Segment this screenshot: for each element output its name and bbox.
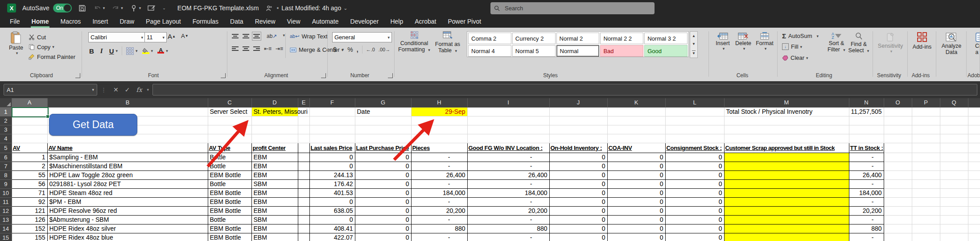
table-cell[interactable] (724, 179, 849, 188)
table-cell[interactable]: - (467, 162, 549, 170)
table-cell[interactable] (298, 170, 309, 179)
cell-A2[interactable] (12, 116, 47, 125)
orientation-button[interactable]: ab↗ (267, 33, 277, 39)
table-cell[interactable]: 0 (607, 233, 665, 241)
table-cell[interactable]: 92 (12, 197, 47, 206)
grow-font-button[interactable]: A▲ (168, 33, 176, 40)
autosave-toggle[interactable]: On (53, 4, 72, 12)
cell-L2[interactable] (665, 116, 724, 125)
table-cell[interactable]: 0 (549, 215, 607, 224)
conditional-formatting-button[interactable]: Conditional Formatting ▾ (398, 31, 430, 53)
table-cell[interactable]: 0 (355, 162, 411, 170)
cell-Q5[interactable] (940, 143, 968, 153)
cell-D3[interactable] (251, 125, 298, 134)
table-cell[interactable]: 422.07 (309, 233, 355, 241)
name-box[interactable]: A1▾ (4, 84, 97, 96)
table-cell[interactable]: 0 (665, 170, 724, 179)
clipboard-dialog-launcher[interactable] (75, 73, 80, 78)
menu-tab-formulas[interactable]: Formulas (187, 16, 224, 28)
cell-N1-total-value[interactable]: 11,257,505 (849, 107, 884, 116)
format-as-table-button[interactable]: Format as Table ▾ (433, 31, 462, 54)
table-cell[interactable] (298, 188, 309, 197)
cell-M2[interactable] (724, 116, 849, 125)
decrease-decimal-button[interactable]: .00→ (379, 47, 390, 52)
table-cell[interactable] (724, 170, 849, 179)
column-header-J[interactable]: J (549, 98, 607, 107)
cell-H2[interactable] (411, 116, 467, 125)
cell-P6[interactable] (912, 153, 940, 162)
cell-C2[interactable] (208, 116, 251, 125)
table-cell[interactable]: - (411, 162, 467, 170)
row-header-4[interactable]: 4 (0, 134, 12, 143)
cell-K2[interactable] (607, 116, 665, 125)
autosum-button[interactable]: Σ AutoSum▾ (782, 32, 819, 40)
addins-button[interactable]: Add-ins (910, 32, 934, 50)
cell-M3[interactable] (724, 125, 849, 134)
cell-P5[interactable] (912, 143, 940, 153)
table-cell[interactable]: 408.41 (309, 224, 355, 233)
shrink-font-button[interactable]: A▼ (181, 33, 189, 39)
column-header-I[interactable]: I (467, 98, 549, 107)
table-header-Good FG W/o INV Location :[interactable]: Good FG W/o INV Location : (467, 143, 549, 153)
table-cell[interactable]: 176.42 (309, 179, 355, 188)
menu-tab-developer[interactable]: Developer (345, 16, 384, 28)
column-header-H[interactable]: H (411, 98, 467, 107)
menu-tab-review[interactable]: Review (250, 16, 281, 28)
table-header-profit Center[interactable]: profit Center (251, 143, 298, 153)
cell-G2[interactable] (355, 116, 411, 125)
align-middle-icon[interactable] (243, 33, 249, 39)
table-cell[interactable]: 880 (849, 224, 884, 233)
align-top-icon[interactable] (232, 33, 239, 39)
cell-Q7[interactable] (940, 162, 968, 170)
number-format-combo[interactable]: General▾ (332, 32, 392, 42)
menu-tab-power-pivot[interactable]: Power Pivot (442, 16, 486, 28)
insert-cells-button[interactable]: Insert▾ (713, 32, 732, 51)
cell-E3[interactable] (298, 125, 309, 134)
paste-button[interactable]: Paste ▾ (6, 31, 26, 56)
table-cell[interactable]: 2 (12, 162, 47, 170)
row-header-1[interactable]: 1 (0, 107, 12, 116)
cell-K4[interactable] (607, 134, 665, 143)
table-cell[interactable]: 0 (665, 153, 724, 162)
table-cell[interactable]: EBM Bottle (208, 206, 251, 215)
table-cell[interactable] (298, 197, 309, 206)
table-cell[interactable]: - (467, 153, 549, 162)
get-data-button[interactable]: Get Data (49, 114, 137, 136)
ink-editor-icon[interactable] (147, 4, 156, 12)
table-cell[interactable]: 0 (549, 188, 607, 197)
format-painter-button[interactable]: Format Painter (29, 52, 75, 62)
table-header-blank[interactable] (298, 143, 309, 153)
cell-Q8[interactable] (940, 170, 968, 179)
fill-button[interactable]: ↓ Fill▾ (782, 43, 802, 50)
cell-Q11[interactable] (940, 197, 968, 206)
row-header-8[interactable]: 8 (0, 170, 12, 179)
table-header-On-Hold Inventory :[interactable]: On-Hold Inventory : (549, 143, 607, 153)
align-left-icon[interactable] (232, 46, 239, 52)
table-cell[interactable]: EBM Bottle (208, 188, 251, 197)
menu-tab-view[interactable]: View (282, 16, 306, 28)
row-header-15[interactable]: 15 (0, 233, 12, 241)
column-header-Q[interactable]: Q (940, 98, 968, 107)
table-header-Consignment Stock :[interactable]: Consignment Stock : (665, 143, 724, 153)
table-cell[interactable]: 0 (355, 215, 411, 224)
menu-tab-automate[interactable]: Automate (307, 16, 344, 28)
cut-button[interactable]: Cut (29, 32, 75, 42)
number-dialog-launcher[interactable] (388, 73, 393, 78)
cell-D4[interactable] (251, 134, 298, 143)
cell-M1-total-label[interactable]: Total Stock / Physical Invenotry (724, 107, 849, 116)
save-icon[interactable] (78, 4, 87, 12)
row-header-11[interactable]: 11 (0, 197, 12, 206)
cell-F1[interactable] (309, 107, 355, 116)
cell-Q13[interactable] (940, 215, 968, 224)
table-cell[interactable]: 0 (549, 179, 607, 188)
cell-P10[interactable] (912, 188, 940, 197)
cell-K1[interactable] (607, 107, 665, 116)
menu-tab-file[interactable]: File (4, 16, 25, 28)
undo-icon[interactable] (93, 4, 102, 12)
cell-O2[interactable] (884, 116, 912, 125)
table-header-TT in Stock :[interactable]: TT in Stock : (849, 143, 884, 153)
row-header-10[interactable]: 10 (0, 188, 12, 197)
table-cell[interactable]: 0 (355, 206, 411, 215)
table-header-AV[interactable]: AV (12, 143, 47, 153)
cell-Q9[interactable] (940, 179, 968, 188)
